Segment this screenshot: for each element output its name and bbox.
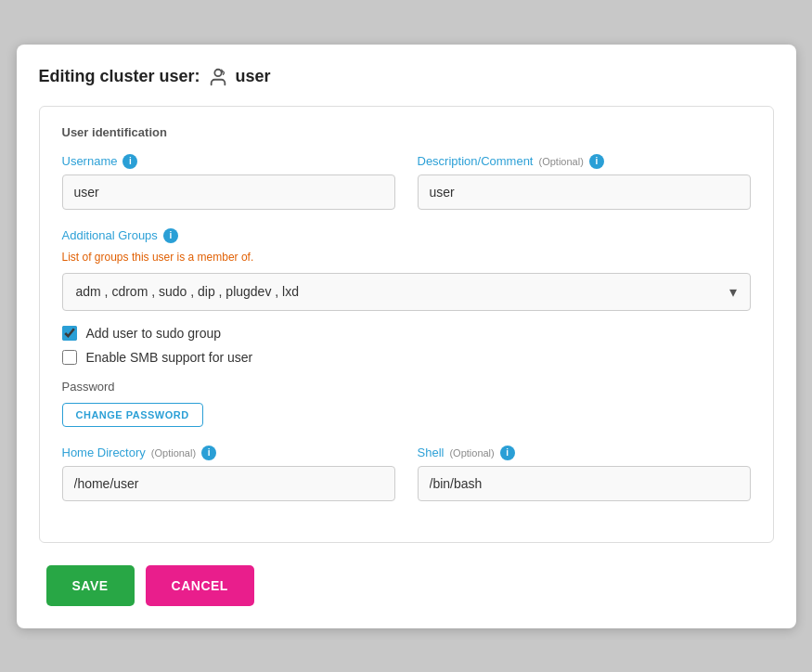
home-shell-row: Home Directory (Optional) i Shell (Optio… bbox=[62, 446, 751, 501]
title-username: user bbox=[236, 67, 271, 86]
groups-dropdown[interactable]: adm , cdrom , sudo , dip , plugdev , lxd… bbox=[62, 273, 751, 311]
home-dir-group: Home Directory (Optional) i bbox=[62, 446, 395, 501]
groups-hint: List of groups this user is a member of. bbox=[62, 251, 751, 264]
description-info-icon[interactable]: i bbox=[589, 154, 604, 169]
username-group: Username i bbox=[62, 154, 395, 210]
username-input[interactable] bbox=[62, 174, 395, 210]
password-section: Password CHANGE PASSWORD bbox=[62, 380, 751, 427]
additional-groups-info-icon[interactable]: i bbox=[163, 228, 178, 243]
user-icon bbox=[208, 67, 228, 87]
username-info-icon[interactable]: i bbox=[122, 154, 137, 169]
shell-group: Shell (Optional) i bbox=[418, 446, 751, 501]
username-label: Username i bbox=[62, 154, 395, 169]
username-description-row: Username i Description/Comment (Optional… bbox=[62, 154, 751, 210]
smb-checkbox[interactable] bbox=[62, 350, 77, 365]
svg-point-0 bbox=[214, 69, 221, 75]
additional-groups-label: Additional Groups i bbox=[62, 228, 751, 243]
title-text-prefix: Editing cluster user: bbox=[39, 67, 200, 86]
description-input[interactable] bbox=[418, 174, 751, 210]
shell-label: Shell (Optional) i bbox=[418, 446, 751, 460]
password-label: Password bbox=[62, 380, 751, 394]
additional-groups-section: Additional Groups i List of groups this … bbox=[62, 228, 751, 311]
cancel-button[interactable]: CANCEL bbox=[146, 565, 254, 606]
modal-title: Editing cluster user: user bbox=[39, 67, 774, 87]
home-dir-input[interactable] bbox=[62, 466, 395, 501]
description-label: Description/Comment (Optional) i bbox=[418, 154, 751, 169]
home-dir-info-icon[interactable]: i bbox=[201, 446, 216, 460]
change-password-button[interactable]: CHANGE PASSWORD bbox=[62, 403, 203, 427]
shell-info-icon[interactable]: i bbox=[500, 446, 515, 460]
chevron-down-icon: ▾ bbox=[729, 283, 737, 301]
description-group: Description/Comment (Optional) i bbox=[418, 154, 751, 210]
form-card: User identification Username i Descripti… bbox=[39, 106, 774, 543]
home-dir-label: Home Directory (Optional) i bbox=[62, 446, 395, 460]
sudo-checkbox-label: Add user to sudo group bbox=[86, 326, 222, 341]
groups-value: adm , cdrom , sudo , dip , plugdev , lxd bbox=[76, 284, 299, 299]
smb-checkbox-item[interactable]: Enable SMB support for user bbox=[62, 350, 751, 365]
modal-container: Editing cluster user: user User identifi… bbox=[17, 45, 796, 628]
sudo-checkbox-item[interactable]: Add user to sudo group bbox=[62, 326, 751, 341]
smb-checkbox-label: Enable SMB support for user bbox=[86, 350, 253, 365]
checkbox-group: Add user to sudo group Enable SMB suppor… bbox=[62, 326, 751, 365]
shell-input[interactable] bbox=[418, 466, 751, 501]
save-button[interactable]: SAVE bbox=[46, 565, 135, 606]
section-label: User identification bbox=[62, 125, 751, 139]
sudo-checkbox[interactable] bbox=[62, 326, 77, 341]
bottom-buttons: SAVE CANCEL bbox=[39, 565, 774, 606]
